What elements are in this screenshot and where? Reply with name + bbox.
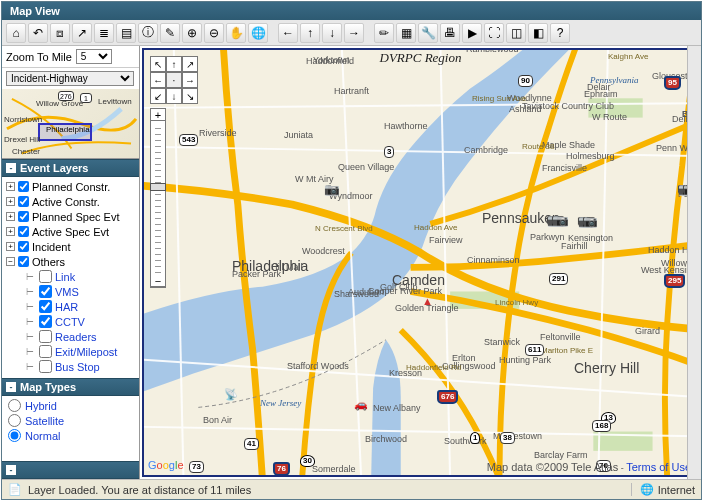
layer-checkbox[interactable]	[18, 181, 29, 192]
har-icon[interactable]: 📡	[224, 388, 238, 401]
toolbar-grid-button[interactable]: ▦	[396, 23, 416, 43]
map-canvas[interactable]: ↖↑↗ ←·→ ↙↓↘ + − PhiladelphiaCamdenPennsa…	[144, 50, 697, 475]
maptype-radio[interactable]	[8, 399, 21, 412]
toolbar-layers2-button[interactable]: ▤	[116, 23, 136, 43]
toolbar-layers-button[interactable]: ≣	[94, 23, 114, 43]
toolbar-down-button[interactable]: ↓	[322, 23, 342, 43]
sublayer-item[interactable]: ⊢Bus Stop	[4, 359, 137, 374]
toolbar-home-button[interactable]: ⌂	[6, 23, 26, 43]
toolbar-right-button[interactable]: →	[344, 23, 364, 43]
layer-item[interactable]: +Active Spec Evt	[4, 224, 137, 239]
pan-sw[interactable]: ↙	[150, 88, 166, 104]
collapse-icon[interactable]: -	[6, 382, 16, 392]
toolbar-zoom-box-button[interactable]: ⧈	[50, 23, 70, 43]
toolbar-zoom-out-button[interactable]: ⊖	[204, 23, 224, 43]
extra-panel-header[interactable]: -	[2, 461, 139, 479]
toolbar-w2-button[interactable]: ◧	[528, 23, 548, 43]
incident-dropdown[interactable]: Incident-Highway	[6, 71, 134, 86]
expand-icon[interactable]: +	[6, 212, 15, 221]
vehicle-icon[interactable]: 🚗	[354, 398, 368, 411]
pan-se[interactable]: ↘	[182, 88, 198, 104]
sublayer-link[interactable]: Exit/Milepost	[55, 346, 117, 358]
expand-icon[interactable]: +	[6, 182, 15, 191]
layer-item[interactable]: +Incident	[4, 239, 137, 254]
sublayer-item[interactable]: ⊢VMS	[4, 284, 137, 299]
toolbar-edit-button[interactable]: ✏	[374, 23, 394, 43]
incident-icon[interactable]: ▲	[422, 295, 433, 307]
sublayer-link[interactable]: Readers	[55, 331, 97, 343]
toolbar-left-button[interactable]: ←	[278, 23, 298, 43]
sublayer-link[interactable]: Bus Stop	[55, 361, 100, 373]
sublayer-link[interactable]: VMS	[55, 286, 79, 298]
toolbar-tool-button[interactable]: 🔧	[418, 23, 438, 43]
sublayer-checkbox[interactable]	[39, 270, 52, 283]
terms-link[interactable]: Terms of Use	[626, 461, 691, 473]
toolbar-measure-button[interactable]: ✎	[160, 23, 180, 43]
sublayer-link[interactable]: HAR	[55, 301, 78, 313]
pan-nw[interactable]: ↖	[150, 56, 166, 72]
pan-ne[interactable]: ↗	[182, 56, 198, 72]
sublayer-checkbox[interactable]	[39, 285, 52, 298]
layer-item[interactable]: +Planned Constr.	[4, 179, 137, 194]
toolbar-zoom-in-button[interactable]: ⊕	[182, 23, 202, 43]
toolbar-arrow-button[interactable]: ↗	[72, 23, 92, 43]
zoom-slider-track[interactable]	[155, 123, 161, 273]
pan-w[interactable]: ←	[150, 72, 166, 88]
sublayer-item[interactable]: ⊢CCTV	[4, 314, 137, 329]
layer-checkbox[interactable]	[18, 241, 29, 252]
toolbar-run-button[interactable]: ▶	[462, 23, 482, 43]
sublayer-checkbox[interactable]	[39, 330, 52, 343]
layer-checkbox[interactable]	[18, 226, 29, 237]
sublayer-item[interactable]: ⊢HAR	[4, 299, 137, 314]
sublayer-checkbox[interactable]	[39, 345, 52, 358]
vertical-scrollbar[interactable]	[687, 46, 701, 479]
layer-item[interactable]: +Planned Spec Evt	[4, 209, 137, 224]
expand-icon[interactable]: +	[6, 242, 15, 251]
maptype-radio[interactable]	[8, 429, 21, 442]
sublayer-checkbox[interactable]	[39, 300, 52, 313]
toolbar-fit-button[interactable]: ⛶	[484, 23, 504, 43]
expand-icon[interactable]: +	[6, 197, 15, 206]
zoom-out-button[interactable]: −	[151, 275, 165, 287]
expand-icon[interactable]: −	[6, 257, 15, 266]
layer-checkbox[interactable]	[18, 211, 29, 222]
maptype-option[interactable]: Satellite	[8, 413, 133, 428]
zoom-slider-handle[interactable]	[150, 183, 166, 191]
sublayer-item[interactable]: ⊢Link	[4, 269, 137, 284]
sublayer-link[interactable]: Link	[55, 271, 75, 283]
cctv-icon[interactable]: 📷	[584, 215, 598, 228]
layer-checkbox[interactable]	[18, 256, 29, 267]
overview-map[interactable]: Philadelphia Norristown Willow Grove Lev…	[2, 89, 139, 159]
zoom-in-button[interactable]: +	[151, 109, 165, 121]
event-layers-header[interactable]: - Event Layers	[2, 159, 139, 177]
layer-item[interactable]: −Others	[4, 254, 137, 269]
sublayer-link[interactable]: CCTV	[55, 316, 85, 328]
cctv-icon[interactable]: 📷	[555, 214, 569, 227]
pan-n[interactable]: ↑	[166, 56, 182, 72]
toolbar-up-button[interactable]: ↑	[300, 23, 320, 43]
pan-center[interactable]: ·	[166, 72, 182, 88]
collapse-icon[interactable]: -	[6, 163, 16, 173]
pan-s[interactable]: ↓	[166, 88, 182, 104]
layer-item[interactable]: +Active Constr.	[4, 194, 137, 209]
sublayer-checkbox[interactable]	[39, 360, 52, 373]
toolbar-w1-button[interactable]: ◫	[506, 23, 526, 43]
toolbar-pan-button[interactable]: ✋	[226, 23, 246, 43]
layer-checkbox[interactable]	[18, 196, 29, 207]
pan-e[interactable]: →	[182, 72, 198, 88]
maptype-option[interactable]: Hybrid	[8, 398, 133, 413]
toolbar-undo-button[interactable]: ↶	[28, 23, 48, 43]
cctv-icon[interactable]: 📷	[326, 183, 340, 196]
maptype-option[interactable]: Normal	[8, 428, 133, 443]
zoom-to-mile-select[interactable]: 5	[76, 49, 112, 64]
map-types-header[interactable]: - Map Types	[2, 378, 139, 396]
toolbar-help-button[interactable]: ?	[550, 23, 570, 43]
toolbar-identify-button[interactable]: ⓘ	[138, 23, 158, 43]
expand-icon[interactable]: +	[6, 227, 15, 236]
maptype-radio[interactable]	[8, 414, 21, 427]
sublayer-item[interactable]: ⊢Readers	[4, 329, 137, 344]
sublayer-item[interactable]: ⊢Exit/Milepost	[4, 344, 137, 359]
toolbar-print-button[interactable]: 🖶	[440, 23, 460, 43]
toolbar-globe-button[interactable]: 🌐	[248, 23, 268, 43]
sublayer-checkbox[interactable]	[39, 315, 52, 328]
